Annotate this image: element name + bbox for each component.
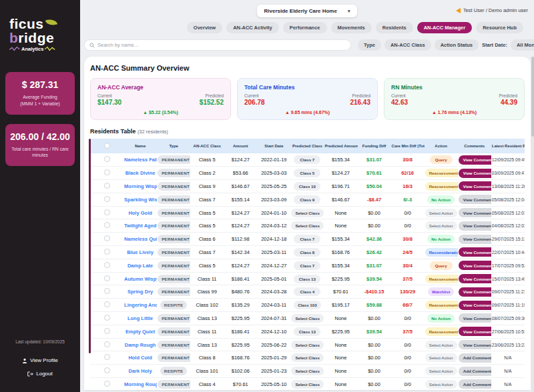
- facility-selector[interactable]: Riverside Elderly Care Home ▾: [257, 5, 358, 17]
- action-select[interactable]: Query: [430, 155, 453, 164]
- tab-movements[interactable]: Movements: [331, 22, 372, 33]
- anacc-class-filter[interactable]: AN-ACC Class: [384, 39, 431, 51]
- action-select[interactable]: Select Action: [425, 209, 457, 217]
- page-scrollbar-thumb[interactable]: [531, 57, 534, 137]
- comment-button[interactable]: View Comment: [459, 235, 491, 244]
- predicted-class-select[interactable]: Class 10: [294, 182, 320, 191]
- comment-button[interactable]: View Comment: [459, 261, 491, 270]
- resident-name-link[interactable]: Blue Lively: [127, 249, 154, 255]
- row-checkbox[interactable]: [104, 169, 110, 175]
- predicted-class-select[interactable]: Class 4: [294, 287, 320, 296]
- row-checkbox[interactable]: [104, 367, 110, 373]
- action-select[interactable]: Query: [430, 261, 453, 270]
- predicted-class-select[interactable]: Class 9: [294, 195, 320, 204]
- comment-button[interactable]: Add Comment: [459, 379, 491, 389]
- comment-button[interactable]: View Comment: [459, 340, 491, 349]
- action-select[interactable]: Reassessment: [425, 182, 458, 191]
- resident-name-link[interactable]: Nameless Falling: [124, 157, 157, 163]
- row-checkbox[interactable]: [104, 328, 110, 334]
- tab-resource-hub[interactable]: Resource Hub: [476, 22, 523, 33]
- action-select[interactable]: Reassessment: [425, 169, 458, 177]
- resident-name-link[interactable]: Autumn Wispy: [124, 276, 157, 282]
- comment-button[interactable]: View Comment: [459, 169, 491, 178]
- row-checkbox[interactable]: [104, 381, 110, 387]
- predicted-class-select[interactable]: Select Class: [291, 314, 323, 323]
- comment-button[interactable]: Add Comment: [459, 353, 491, 363]
- resident-name-link[interactable]: Long Little: [127, 315, 153, 321]
- predicted-class-select[interactable]: Class 13: [294, 327, 320, 336]
- action-select[interactable]: Select Action: [425, 367, 457, 375]
- predicted-class-select[interactable]: Select Class: [291, 209, 323, 217]
- tab-residents[interactable]: Residents: [376, 22, 413, 33]
- resident-name-link[interactable]: Spring Dry: [127, 289, 153, 295]
- predicted-class-select[interactable]: Class 7: [294, 155, 320, 164]
- comment-button[interactable]: View Comment: [459, 313, 491, 323]
- action-select[interactable]: Reconsideration: [425, 248, 458, 257]
- row-checkbox[interactable]: [104, 288, 110, 294]
- comment-button[interactable]: View Comment: [459, 287, 491, 297]
- row-checkbox[interactable]: [104, 209, 110, 215]
- row-checkbox[interactable]: [104, 301, 110, 307]
- resident-name-link[interactable]: Twilight Aged: [124, 223, 156, 229]
- tab-an-acc-manager[interactable]: AN-ACC Manager: [417, 22, 473, 33]
- row-checkbox[interactable]: [104, 315, 110, 321]
- row-checkbox[interactable]: [104, 235, 110, 241]
- predicted-class-select[interactable]: Class 5: [294, 169, 320, 177]
- resident-name-link[interactable]: Damp Late: [127, 263, 153, 269]
- tab-overview[interactable]: Overview: [187, 22, 222, 33]
- comment-button[interactable]: View Comment: [459, 181, 491, 191]
- predicted-class-select[interactable]: Select Class: [291, 380, 323, 389]
- view-profile-button[interactable]: View Profile: [0, 357, 80, 363]
- action-status-filter[interactable]: Action Status: [435, 39, 479, 51]
- comment-button[interactable]: Add Comment: [459, 367, 491, 376]
- logout-button[interactable]: Logout: [0, 371, 80, 377]
- row-checkbox[interactable]: [104, 249, 110, 255]
- predicted-class-select[interactable]: Class 7: [294, 261, 320, 270]
- tab-performance[interactable]: Performance: [283, 22, 327, 33]
- row-checkbox[interactable]: [104, 183, 110, 189]
- resident-name-link[interactable]: Morning Rough: [124, 381, 157, 387]
- page-scrollbar[interactable]: [531, 57, 534, 392]
- resident-name-link[interactable]: Morning Wispy: [124, 183, 157, 189]
- resident-name-link[interactable]: Black Divine: [125, 170, 156, 176]
- comment-button[interactable]: View Comment: [459, 195, 491, 204]
- vertical-scrollbar-thumb[interactable]: [89, 139, 91, 353]
- row-checkbox[interactable]: [104, 262, 110, 268]
- resident-name-link[interactable]: Hold Cold: [128, 355, 152, 361]
- action-select[interactable]: Reassessment: [425, 301, 458, 309]
- resident-name-link[interactable]: Holy Gold: [128, 210, 152, 216]
- predicted-class-select[interactable]: Class 103: [294, 301, 321, 309]
- row-checkbox[interactable]: [104, 341, 110, 347]
- action-select[interactable]: Select Action: [425, 341, 457, 349]
- action-select[interactable]: Reassessment: [425, 327, 458, 336]
- row-checkbox[interactable]: [104, 275, 110, 281]
- action-select[interactable]: Select Action: [425, 353, 457, 362]
- resident-name-link[interactable]: Dark Holy: [129, 368, 152, 374]
- predicted-class-select[interactable]: Select Class: [291, 341, 323, 349]
- predicted-class-select[interactable]: Class 13: [294, 275, 320, 283]
- comment-button[interactable]: View Comment: [459, 155, 491, 165]
- tab-an-acc-activity[interactable]: AN-ACC Activity: [226, 22, 278, 33]
- resident-name-link[interactable]: Empty Quiet: [125, 329, 155, 335]
- select-all-checkbox[interactable]: [104, 143, 110, 149]
- row-checkbox[interactable]: [104, 196, 110, 202]
- row-checkbox[interactable]: [104, 156, 110, 162]
- predicted-class-select[interactable]: Select Class: [291, 353, 323, 362]
- resident-name-link[interactable]: Nameless Quiet: [124, 236, 157, 242]
- comment-button[interactable]: View Comment: [459, 221, 491, 231]
- row-checkbox[interactable]: [104, 222, 110, 228]
- predicted-class-select[interactable]: Select Class: [291, 221, 323, 230]
- comment-button[interactable]: View Comment: [459, 208, 491, 217]
- comment-button[interactable]: View Comment: [459, 327, 491, 336]
- action-select[interactable]: Select Action: [425, 380, 457, 389]
- action-select[interactable]: Reassessment: [425, 275, 458, 283]
- resident-name-link[interactable]: Lingering Ancient: [124, 302, 157, 308]
- comment-button[interactable]: View Comment: [459, 274, 491, 283]
- resident-name-link[interactable]: Sparkling Wispy: [124, 197, 157, 203]
- predicted-class-select[interactable]: Class 8: [294, 248, 320, 257]
- action-select[interactable]: No Action: [427, 195, 455, 204]
- action-select[interactable]: No Action: [427, 314, 455, 323]
- action-select[interactable]: Select Action: [425, 221, 457, 230]
- predicted-class-select[interactable]: Select Class: [291, 367, 323, 375]
- predicted-class-select[interactable]: Class 7: [294, 235, 320, 243]
